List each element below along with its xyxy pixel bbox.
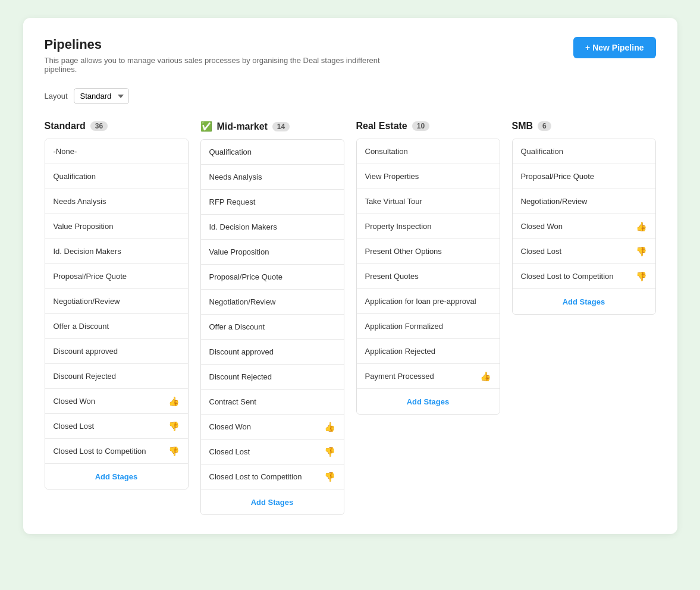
pipeline-header-realestate: Real Estate10 [356, 121, 500, 131]
stage-name: Closed Won [209, 422, 252, 431]
thumbs-down-icon: 👎 [636, 246, 647, 257]
stage-name: Closed Lost [521, 247, 562, 256]
stage-item: Closed Lost👎 [201, 440, 344, 465]
stage-name: Needs Analysis [209, 172, 262, 181]
pipeline-name-smb: SMB [512, 121, 533, 131]
new-pipeline-button[interactable]: + New Pipeline [573, 37, 655, 58]
add-stages-button-smb[interactable]: Add Stages [563, 297, 605, 306]
stage-item: Closed Lost👎 [45, 414, 188, 439]
stage-item: Present Quotes [357, 264, 500, 289]
stage-item: Value Proposition [201, 240, 344, 265]
page-description: This page allows you to manage various s… [45, 56, 401, 74]
stage-item: Consultation [357, 139, 500, 164]
stage-item: Application for loan pre-approval [357, 289, 500, 314]
pipeline-count-midmarket: 14 [272, 122, 290, 131]
stage-item: Closed Won👍 [45, 389, 188, 414]
stage-item: Take Virtual Tour [357, 189, 500, 214]
pipeline-count-smb: 6 [538, 121, 551, 131]
stage-item: Closed Lost👎 [513, 239, 655, 264]
pipeline-count-realestate: 10 [412, 121, 429, 131]
add-stages-button-standard[interactable]: Add Stages [95, 472, 138, 481]
add-stages-item: Add Stages [45, 464, 188, 489]
stage-name: Contract Sent [209, 397, 257, 406]
stage-item: Proposal/Price Quote [201, 265, 344, 290]
stage-name: Application Rejected [365, 347, 436, 356]
pipeline-col-realestate: Real Estate10ConsultationView Properties… [356, 121, 500, 415]
stage-name: Closed Lost [54, 422, 95, 431]
stage-item: Qualification [201, 140, 344, 165]
stage-item: -None- [45, 139, 188, 164]
pipeline-col-smb: SMB6QualificationProposal/Price QuoteNeg… [512, 121, 656, 315]
stage-name: Present Other Options [365, 247, 442, 256]
stage-item: Closed Lost to Competition👎 [513, 264, 655, 289]
stage-name: Closed Lost [209, 447, 250, 456]
stage-name: View Properties [365, 172, 419, 181]
stage-name: Value Proposition [54, 222, 114, 231]
stage-item: Offer a Discount [201, 315, 344, 340]
pipeline-header-smb: SMB6 [512, 121, 656, 131]
stage-item: Proposal/Price Quote [513, 164, 655, 189]
stage-item: Negotiation/Review [201, 290, 344, 315]
layout-select[interactable]: Standard [74, 88, 129, 104]
stage-name: Discount approved [54, 347, 118, 356]
stage-item: Value Proposition [45, 214, 188, 239]
stage-item: Negotiation/Review [45, 289, 188, 314]
add-stages-item: Add Stages [201, 489, 344, 514]
stage-name: Needs Analysis [54, 197, 106, 206]
stage-name: Present Quotes [365, 272, 419, 281]
stage-item: Present Other Options [357, 239, 500, 264]
check-icon: ✅ [200, 121, 212, 132]
pipeline-col-standard: Standard36-None-QualificationNeeds Analy… [45, 121, 189, 489]
thumbs-up-icon: 👍 [168, 396, 180, 407]
pipeline-name-standard: Standard [45, 121, 86, 131]
stage-item: Needs Analysis [45, 189, 188, 214]
layout-row: Layout Standard [45, 88, 656, 104]
thumbs-up-icon: 👍 [480, 371, 491, 382]
stage-item: Discount approved [45, 339, 188, 364]
stage-item: Payment Processed👍 [357, 364, 500, 389]
pipeline-name-midmarket: Mid-market [217, 121, 268, 132]
header-text: Pipelines This page allows you to manage… [45, 37, 401, 74]
thumbs-down-icon: 👎 [324, 447, 335, 457]
stage-name: Negotiation/Review [54, 297, 120, 306]
stage-name: Negotiation/Review [521, 197, 588, 206]
stage-item: Closed Lost to Competition👎 [201, 465, 344, 489]
stage-name: Application Formalized [365, 322, 444, 331]
stage-name: Closed Lost to Competition [521, 272, 614, 281]
stage-item: Negotiation/Review [513, 189, 655, 214]
stage-item: Property Inspection [357, 214, 500, 239]
stage-item: Contract Sent [201, 390, 344, 415]
stage-item: Needs Analysis [201, 165, 344, 190]
add-stages-item: Add Stages [513, 289, 655, 314]
thumbs-down-icon: 👎 [168, 421, 180, 432]
stage-item: Closed Won👍 [513, 214, 655, 239]
thumbs-down-icon: 👎 [168, 446, 180, 457]
stage-item: Discount approved [201, 340, 344, 365]
stage-item: Qualification [513, 139, 655, 164]
stage-list-smb: QualificationProposal/Price QuoteNegotia… [512, 139, 656, 315]
stage-item: View Properties [357, 164, 500, 189]
stage-item: Closed Won👍 [201, 415, 344, 440]
pipeline-header-midmarket: ✅Mid-market14 [200, 121, 344, 132]
stage-item: Application Formalized [357, 314, 500, 339]
stage-name: Id. Decision Makers [209, 222, 277, 231]
stage-name: Payment Processed [365, 372, 434, 381]
stage-name: Closed Lost to Competition [54, 447, 146, 456]
stage-list-midmarket: QualificationNeeds AnalysisRFP RequestId… [200, 139, 344, 515]
add-stages-button-realestate[interactable]: Add Stages [407, 397, 450, 406]
pipelines-grid: Standard36-None-QualificationNeeds Analy… [45, 121, 656, 515]
thumbs-up-icon: 👍 [636, 221, 647, 232]
stage-item: RFP Request [201, 190, 344, 215]
stage-name: Value Proposition [209, 247, 269, 256]
add-stages-button-midmarket[interactable]: Add Stages [251, 498, 294, 507]
stage-name: Closed Lost to Competition [209, 472, 302, 481]
thumbs-down-icon: 👎 [324, 472, 335, 482]
stage-name: Negotiation/Review [209, 297, 276, 306]
pipeline-name-realestate: Real Estate [356, 121, 407, 131]
stage-item: Qualification [45, 164, 188, 189]
stage-name: Discount approved [209, 347, 274, 356]
pipeline-col-midmarket: ✅Mid-market14QualificationNeeds Analysis… [200, 121, 344, 515]
stage-list-realestate: ConsultationView PropertiesTake Virtual … [356, 139, 500, 415]
stage-name: Offer a Discount [209, 322, 265, 331]
stage-item: Id. Decision Makers [201, 215, 344, 240]
